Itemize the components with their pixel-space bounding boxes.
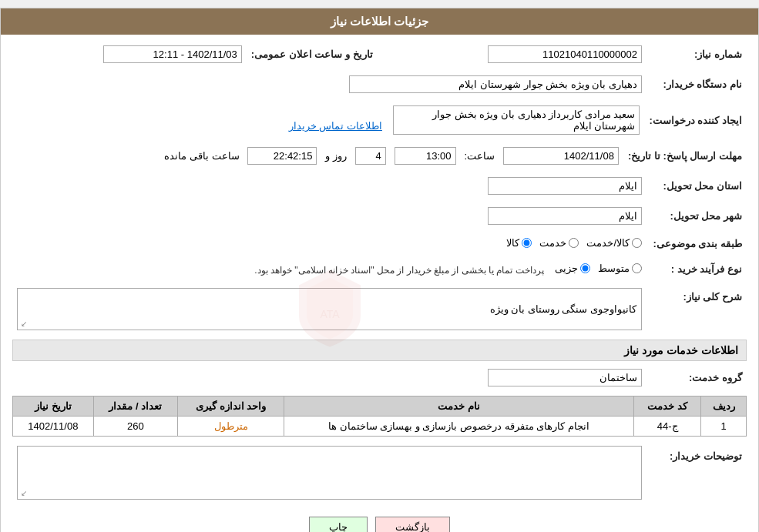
radio-medium-label: متوسط — [598, 263, 630, 274]
info-table-city: شهر محل تحویل: ایلام — [12, 204, 747, 228]
creator-input[interactable]: سعید مرادی کاربرداز دهیاری بان ویژه بخش … — [393, 105, 640, 135]
category-radios: کالا/خدمت خدمت کالا — [12, 234, 646, 253]
response-remain-input[interactable]: 22:42:15 — [247, 147, 317, 165]
response-remain-label: ساعت باقی مانده — [164, 150, 239, 162]
creator-value: سعید مرادی کاربرداز دهیاری بان ویژه بخش … — [43, 102, 644, 138]
description-box: ATA کانیواوجوی سنگی روستای بان ویژه ↙ — [17, 288, 642, 330]
svg-text:ATA: ATA — [320, 307, 340, 320]
radio-goods-input[interactable] — [522, 238, 532, 248]
info-table-service-group: گروه خدمت: ساختمان — [12, 366, 747, 390]
back-button[interactable]: بازگشت — [375, 517, 450, 532]
response-deadline-fields: 1402/11/08 ساعت: 13:00 4 روز و 22:42:15 … — [12, 144, 623, 168]
table-row: 1 ج-44 انجام کارهای متفرقه درخصوص بازساز… — [13, 417, 747, 437]
province-value: ایلام — [77, 174, 646, 198]
process-label: نوع فرآیند خرید : — [646, 259, 747, 279]
services-table: ردیف کد خدمت نام خدمت واحد اندازه گیری ت… — [12, 396, 747, 437]
services-table-header: ردیف کد خدمت نام خدمت واحد اندازه گیری ت… — [13, 396, 747, 417]
radio-goods-service-label: کالا/خدمت — [586, 237, 630, 249]
info-table-row1: شماره نیاز: 11021040110000002 تاریخ و سا… — [12, 42, 747, 66]
announce-value: 1402/11/03 - 12:11 — [12, 42, 247, 66]
response-days-input[interactable]: 4 — [355, 147, 386, 165]
buyer-notes-box[interactable]: ↙ — [17, 446, 642, 500]
category-radio-group: کالا/خدمت خدمت کالا — [506, 237, 642, 249]
bottom-buttons: بازگشت چاپ — [12, 509, 747, 532]
radio-partial-label: جزیی — [555, 263, 578, 274]
main-container: جزئیات اطلاعات نیاز شماره نیاز: 11021040… — [0, 8, 759, 532]
process-radios: متوسط جزیی پرداخت تمام یا بخشی از مبلغ خ… — [12, 259, 646, 279]
buyer-notes-label: توضیحات خریدار: — [646, 443, 747, 503]
col-quantity: تعداد / مقدار — [93, 396, 177, 417]
need-number-label: شماره نیاز: — [646, 42, 747, 66]
service-group-label: گروه خدمت: — [646, 366, 747, 390]
process-note: پرداخت تمام یا بخشی از مبلغ خریدار از مح… — [254, 265, 543, 276]
cell-date: 1402/11/08 — [13, 417, 94, 437]
description-text: کانیواوجوی سنگی روستای بان ویژه — [490, 303, 636, 315]
response-time-label: ساعت: — [464, 150, 495, 162]
resize-indicator: ↙ — [21, 320, 27, 328]
response-time-input[interactable]: 13:00 — [395, 147, 456, 165]
notes-resize-indicator: ↙ — [21, 489, 27, 497]
service-group-value: ساختمان — [77, 366, 646, 390]
radio-goods-service-input[interactable] — [632, 238, 642, 248]
buyer-dept-input[interactable]: دهیاری بان ویژه بخش جوار شهرستان ایلام — [349, 75, 642, 93]
buyer-notes-value: ↙ — [12, 443, 646, 503]
creator-label: ایجاد کننده درخواست: — [644, 102, 747, 138]
info-table-creator: ایجاد کننده درخواست: سعید مرادی کاربرداز… — [12, 102, 747, 138]
info-table-deadline: مهلت ارسال پاسخ: تا تاریخ: 1402/11/08 سا… — [12, 144, 747, 168]
info-table-process: نوع فرآیند خرید : متوسط جزیی پرداخت — [12, 259, 747, 279]
province-label: استان محل تحویل: — [646, 174, 747, 198]
radio-medium-input[interactable] — [632, 263, 642, 273]
city-input[interactable]: ایلام — [488, 207, 642, 225]
radio-goods-label: کالا — [506, 237, 519, 249]
cell-code: ج-44 — [633, 417, 700, 437]
province-input[interactable]: ایلام — [488, 177, 642, 195]
col-row: ردیف — [701, 396, 747, 417]
category-label: طبقه بندی موضوعی: — [646, 234, 747, 253]
col-name: نام خدمت — [284, 396, 634, 417]
buyer-dept-value: دهیاری بان ویژه بخش جوار شهرستان ایلام — [49, 72, 646, 96]
cell-name: انجام کارهای متفرقه درخصوص بازسازی و بهس… — [284, 417, 634, 437]
radio-goods-service: کالا/خدمت — [586, 237, 642, 249]
radio-goods: کالا — [506, 237, 532, 249]
radio-service-input[interactable] — [569, 238, 579, 248]
col-unit: واحد اندازه گیری — [178, 396, 284, 417]
info-table-category: طبقه بندی موضوعی: کالا/خدمت خدمت — [12, 234, 747, 253]
need-number-input[interactable]: 11021040110000002 — [488, 45, 642, 63]
col-date: تاریخ نیاز — [13, 396, 94, 417]
city-label: شهر محل تحویل: — [646, 204, 747, 228]
radio-service: خدمت — [539, 237, 579, 249]
response-deadline-label: مهلت ارسال پاسخ: تا تاریخ: — [623, 144, 747, 168]
cell-unit: مترطول — [178, 417, 284, 437]
info-table-notes: توضیحات خریدار: ↙ — [12, 443, 747, 503]
print-button[interactable]: چاپ — [309, 517, 368, 532]
info-table-description: شرح کلی نیاز: ATA کانیواوجوی سنگی روستای… — [12, 285, 747, 333]
announce-label: تاریخ و ساعت اعلان عمومی: — [247, 42, 388, 66]
radio-medium: متوسط — [598, 263, 642, 274]
cell-quantity: 260 — [93, 417, 177, 437]
description-value: ATA کانیواوجوی سنگی روستای بان ویژه ↙ — [12, 285, 646, 333]
info-table-buyer: نام دستگاه خریدار: دهیاری بان ویژه بخش ج… — [12, 72, 747, 96]
page-header: جزئیات اطلاعات نیاز — [1, 8, 758, 35]
announce-input[interactable]: 1402/11/03 - 12:11 — [103, 45, 242, 63]
info-table-province: استان محل تحویل: ایلام — [12, 174, 747, 198]
radio-partial-input[interactable] — [580, 263, 590, 273]
radio-service-label: خدمت — [539, 237, 566, 249]
need-number-value: 11021040110000002 — [388, 42, 646, 66]
service-group-input[interactable]: ساختمان — [488, 369, 642, 386]
col-code: کد خدمت — [633, 396, 700, 417]
process-radio-group: متوسط جزیی — [555, 263, 642, 274]
contact-link[interactable]: اطلاعات تماس خریدار — [289, 120, 382, 132]
services-section-header: اطلاعات خدمات مورد نیاز — [12, 340, 747, 361]
page-title: جزئیات اطلاعات نیاز — [331, 15, 428, 28]
response-days-label: روز و — [325, 150, 347, 162]
buyer-dept-label: نام دستگاه خریدار: — [646, 72, 747, 96]
response-date-input[interactable]: 1402/11/08 — [503, 147, 619, 165]
description-label: شرح کلی نیاز: — [646, 285, 747, 333]
radio-partial: جزیی — [555, 263, 590, 274]
city-value: ایلام — [77, 204, 646, 228]
cell-row: 1 — [701, 417, 747, 437]
content-area: شماره نیاز: 11021040110000002 تاریخ و سا… — [1, 35, 758, 532]
